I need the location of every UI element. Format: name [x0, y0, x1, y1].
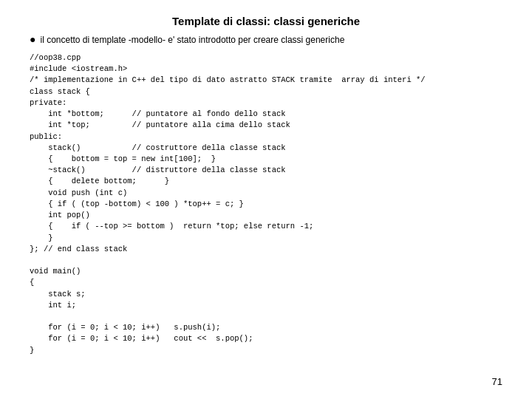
intro-section: ● il concetto di template -modello- e' s…: [30, 33, 502, 47]
page: Template di classi: classi generiche ● i…: [0, 0, 532, 399]
page-title: Template di classi: classi generiche: [30, 15, 502, 27]
bullet-point: ●: [30, 33, 35, 46]
page-number: 71: [492, 376, 502, 387]
intro-text: il concetto di template -modello- e' sta…: [40, 33, 344, 47]
code-block: //oop38.cpp #include <iostream.h> /* imp…: [30, 52, 502, 356]
